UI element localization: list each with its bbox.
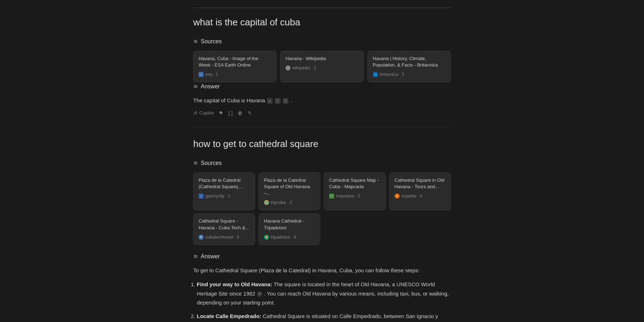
source-title-expedia: Cathedral Square in Old Havana - Tours a… (395, 177, 446, 190)
top-progress-bar (193, 7, 451, 8)
sources-header-2: ≋ Sources (193, 159, 451, 167)
esa-favicon: e (199, 72, 204, 77)
britannica-site: britannica · 3 (380, 71, 404, 78)
sources-grid-row1: Plaza de la Catedral (Cathedral Square),… (193, 172, 451, 211)
page-container: what is the capital of cuba ≋ Sources Ha… (179, 0, 465, 322)
sources-row-1: Havana, Cuba - Image of the Week - ESA E… (193, 51, 451, 82)
expedia-site: expedia · 4 (401, 193, 423, 199)
trash-button[interactable]: 🗑 (238, 110, 243, 116)
copilot-label: Copilot (199, 110, 214, 116)
trash-icon: 🗑 (238, 110, 243, 116)
answer-text-1: The capital of Cuba is Havana 1 2 3 . (193, 96, 451, 105)
answer-steps-list: Find your way to Old Havana: The square … (197, 280, 451, 322)
query-title-1: what is the capital of cuba (193, 15, 451, 29)
source-card-mapcarta[interactable]: Cathedral Square Map - Cuba - Mapcarta 🗺… (324, 172, 386, 211)
britannica-favicon: 🌐 (373, 72, 378, 77)
source-card-title-britannica: Havana | History, Climate, Population, &… (373, 55, 445, 68)
section-divider (193, 127, 451, 127)
citation-1[interactable]: 1 (267, 98, 273, 104)
flag-icon: ⚑ (219, 110, 223, 116)
step-2-label: Locate Calle Empedrado: (197, 313, 261, 319)
sources-label-1: Sources (201, 37, 222, 46)
empty-cell-1 (324, 213, 386, 245)
tripadvisor-favicon: 🦉 (264, 235, 269, 240)
source-card-tripadvisor[interactable]: Havana Cathedral - Tripadvisor 🦉 tripadv… (259, 213, 321, 245)
answer-section-1: ≋ Answer The capital of Cuba is Havana 1… (193, 82, 451, 116)
sources-icon-2: ≋ (193, 159, 198, 167)
source-meta-tripadvisor: 🦉 tripadvisor · 6 (264, 234, 315, 240)
source-card-meta-esa: e esa · 1 (199, 71, 271, 78)
answer-step-2: Locate Calle Empedrado: Cathedral Square… (197, 312, 451, 322)
sources-header-1: ≋ Sources (193, 37, 451, 46)
expedia-favicon: ✈ (395, 194, 400, 199)
source-card-cubatechtravel[interactable]: Cathedral Square - Havana - Cuba Tech &.… (193, 213, 255, 245)
mapcarta-favicon: 🗺 (329, 194, 334, 199)
answer-label-2: Answer (201, 252, 220, 261)
source-card-esa[interactable]: Havana, Cuba - Image of the Week - ESA E… (193, 51, 277, 82)
source-card-title-wiki: Havana - Wikipedia (286, 55, 358, 62)
step-1-ref[interactable]: 6 (257, 292, 262, 297)
answer-intro-text: To get to Cathedral Square (Plaza de la … (193, 266, 451, 275)
citation-3[interactable]: 3 (283, 98, 288, 104)
edit-button[interactable]: ✎ (248, 110, 252, 116)
source-meta-mapcarta: 🗺 mapcarta · 3 (329, 193, 380, 199)
tripcuba-favicon: 🌐 (264, 200, 269, 205)
query-title-2: how to get to cathedral square (193, 137, 451, 151)
gpsmycity-site: gpsmycity · 1 (205, 193, 230, 199)
wiki-site: wikipedia · 2 (292, 65, 316, 71)
cubatechtravel-site: cubatechtravel · 5 (205, 234, 239, 240)
edit-icon: ✎ (248, 110, 252, 116)
sources-grid-row2: Cathedral Square - Havana - Cuba Tech &.… (193, 213, 451, 245)
sources-label-2: Sources (201, 159, 222, 167)
mapcarta-site: mapcarta · 3 (336, 193, 360, 199)
answer-section-2: ≋ Answer To get to Cathedral Square (Pla… (193, 252, 451, 322)
bracket-button[interactable]: [ ] (228, 110, 233, 116)
copilot-button[interactable]: ↺ Copilot (193, 110, 214, 116)
step-1-label: Find your way to Old Havana: (197, 281, 272, 287)
source-card-title-esa: Havana, Cuba - Image of the Week - ESA E… (199, 55, 271, 68)
source-card-tripcuba[interactable]: Plaza de la Catedral Square of Old Havan… (259, 172, 321, 211)
wiki-favicon: W (286, 65, 291, 70)
tripadvisor-site: tripadvisor · 6 (271, 234, 297, 240)
source-title-cubatechtravel: Cathedral Square - Havana - Cuba Tech &.… (199, 218, 250, 231)
source-title-gpsmycity: Plaza de la Catedral (Cathedral Square),… (199, 177, 250, 190)
empty-cell-2 (389, 213, 451, 245)
flag-button[interactable]: ⚑ (219, 110, 223, 116)
answer-icon-1: ≋ (193, 82, 198, 91)
answer-step-1: Find your way to Old Havana: The square … (197, 280, 451, 307)
answer-main-text-1: The capital of Cuba is Havana (193, 97, 265, 103)
answer-actions-1: ↺ Copilot ⚑ [ ] 🗑 ✎ (193, 110, 451, 116)
cubatechtravel-favicon: c (199, 235, 204, 240)
source-card-expedia[interactable]: Cathedral Square in Old Havana - Tours a… (389, 172, 451, 211)
source-title-tripcuba: Plaza de la Catedral Square of Old Havan… (264, 177, 315, 197)
answer-label-1: Answer (201, 82, 220, 91)
citation-2[interactable]: 2 (275, 98, 280, 104)
source-card-wikipedia[interactable]: Havana - Wikipedia W wikipedia · 2 (280, 51, 364, 82)
answer-period-1: . (291, 97, 292, 103)
tripcuba-site: tripcuba · 2 (271, 199, 292, 206)
source-card-meta-wiki: W wikipedia · 2 (286, 65, 358, 71)
sources-icon-1: ≋ (193, 37, 198, 46)
query-section-1: what is the capital of cuba ≋ Sources Ha… (193, 15, 451, 116)
answer-icon-2: ≋ (193, 252, 198, 261)
source-card-meta-britannica: 🌐 britannica · 3 (373, 71, 445, 78)
source-meta-tripcuba: 🌐 tripcuba · 2 (264, 199, 315, 206)
source-title-mapcarta: Cathedral Square Map - Cuba - Mapcarta (329, 177, 380, 190)
source-card-gpsmycity[interactable]: Plaza de la Catedral (Cathedral Square),… (193, 172, 255, 211)
bracket-icon: [ ] (228, 110, 233, 116)
gpsmycity-favicon: g (199, 194, 204, 199)
source-meta-cubatechtravel: c cubatechtravel · 5 (199, 234, 250, 240)
esa-site: esa · 1 (205, 71, 218, 78)
query-section-2: how to get to cathedral square ≋ Sources… (193, 137, 451, 322)
answer-header-2: ≋ Answer (193, 252, 451, 261)
copilot-icon: ↺ (193, 110, 197, 116)
source-card-britannica[interactable]: Havana | History, Climate, Population, &… (367, 51, 451, 82)
source-meta-gpsmycity: g gpsmycity · 1 (199, 193, 250, 199)
source-meta-expedia: ✈ expedia · 4 (395, 193, 446, 199)
answer-header-1: ≋ Answer (193, 82, 451, 91)
source-title-tripadvisor: Havana Cathedral - Tripadvisor (264, 218, 315, 231)
